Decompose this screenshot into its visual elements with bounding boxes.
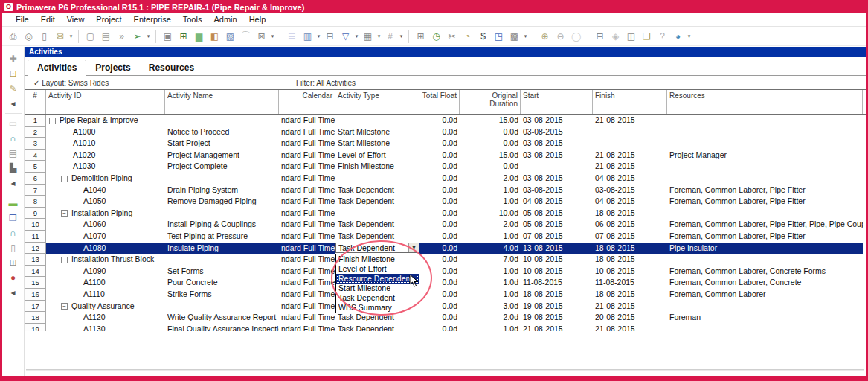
cell-calendar[interactable]: ndard Full Time: [279, 277, 335, 289]
table-row[interactable]: 11A1070Test Piping at Pressurendard Full…: [25, 231, 866, 243]
cell-resources[interactable]: [667, 301, 863, 313]
cell-activity-name[interactable]: Project Complete: [165, 161, 279, 173]
layout-options-bar[interactable]: ✓ Layout: Swiss Rides Filter: All Activi…: [25, 76, 866, 89]
cell-start[interactable]: 10-08-2015: [521, 266, 593, 278]
cell-activity-id[interactable]: A1110: [46, 289, 165, 301]
apply-actuals-icon[interactable]: ◔: [460, 29, 475, 43]
col-header-calendar[interactable]: Calendar: [279, 90, 335, 114]
paste-icon[interactable]: »: [115, 29, 129, 43]
table-font-icon[interactable]: ⊟: [323, 29, 337, 43]
cell-activity-type[interactable]: Task Dependent: [335, 196, 419, 208]
cell-activity-id[interactable]: −Pipe Repair & Improve: [46, 115, 165, 127]
cell-calendar[interactable]: ndard Full Time: [279, 266, 335, 278]
table-row[interactable]: 3A1010Start Projectndard Full TimeStart …: [25, 138, 866, 150]
tab-activities[interactable]: Activities: [28, 60, 86, 76]
cell-row-number[interactable]: 2: [25, 127, 46, 138]
cell-calendar[interactable]: ndard Full Time: [279, 289, 335, 301]
print-icon[interactable]: ⎙: [6, 29, 20, 43]
cell-activity-name[interactable]: Test Piping at Pressure: [165, 231, 279, 243]
cell-activity-id[interactable]: A1090: [46, 266, 165, 278]
collapse-arrow3-icon[interactable]: ◂: [6, 286, 21, 299]
cell-finish[interactable]: 18-08-2015: [593, 208, 667, 220]
zoom-fit-icon[interactable]: ◯: [569, 29, 583, 43]
cell-total-float[interactable]: 0.0d: [419, 196, 460, 208]
cell-activity-id[interactable]: A1100: [46, 277, 165, 289]
cell-row-number[interactable]: 10: [25, 219, 46, 231]
collapse-box-icon[interactable]: −: [61, 303, 68, 310]
cell-resources[interactable]: [667, 127, 863, 138]
expenses-icon[interactable]: ⊞: [6, 256, 21, 269]
recalc-costs-icon[interactable]: $: [476, 29, 490, 43]
collapse-box-icon[interactable]: −: [61, 176, 68, 182]
tab-resources[interactable]: Resources: [140, 60, 203, 75]
cell-row-number[interactable]: 6: [25, 173, 46, 185]
columns-icon-caret[interactable]: ▾: [315, 33, 322, 39]
cell-activity-type[interactable]: Start Milestone: [335, 138, 419, 150]
collapse-box-icon[interactable]: −: [49, 118, 56, 124]
cell-original-duration[interactable]: 1.0d: [460, 277, 521, 289]
cell-resources[interactable]: [667, 138, 863, 150]
cell-activity-type[interactable]: Task Dependent▼: [335, 243, 419, 254]
zoom-out-icon[interactable]: ⊖: [553, 29, 568, 43]
cell-calendar[interactable]: ndard Full Time: [279, 196, 335, 208]
cell-activity-id[interactable]: A1030: [46, 161, 165, 173]
resource-assignments-icon-caret[interactable]: ▾: [522, 33, 529, 39]
cell-finish[interactable]: 21-08-2015: [593, 301, 667, 313]
cell-calendar[interactable]: ndard Full Time: [279, 231, 335, 243]
dropdown-option[interactable]: Task Dependent: [336, 293, 419, 303]
menu-edit[interactable]: Edit: [35, 13, 61, 25]
cell-finish[interactable]: 11-08-2015: [593, 277, 667, 289]
print-preview-icon[interactable]: ◎: [22, 29, 36, 43]
cell-calendar[interactable]: ndard Full Time: [279, 185, 335, 196]
cell-start[interactable]: 03-08-2015: [521, 173, 593, 185]
cell-activity-type[interactable]: Task Dependent: [335, 219, 419, 231]
wbs-icon[interactable]: ❒: [6, 211, 21, 225]
col-header-finish[interactable]: Finish: [593, 90, 667, 114]
col-header-total-float[interactable]: Total Float: [419, 90, 460, 114]
cell-original-duration[interactable]: 1.0d: [460, 231, 521, 243]
cell-activity-name[interactable]: Pour Concrete: [165, 277, 279, 289]
cell-resources[interactable]: Foreman: [667, 312, 863, 324]
cell-original-duration[interactable]: 10.0d: [460, 208, 521, 220]
dropdown-option[interactable]: Finish Milestone: [336, 254, 419, 264]
cell-activity-type[interactable]: [335, 115, 419, 127]
tracking-icon[interactable]: ▙: [6, 161, 21, 175]
col-header-resources[interactable]: Resources: [667, 90, 863, 114]
help-icon[interactable]: ?: [655, 29, 669, 43]
menu-help[interactable]: Help: [243, 13, 272, 25]
zoom-in-icon[interactable]: ⊕: [538, 29, 552, 43]
cell-finish[interactable]: 18-08-2015: [593, 254, 667, 266]
publish-icon[interactable]: ✉: [53, 29, 67, 43]
bars-icon[interactable]: ☰: [285, 29, 299, 43]
cell-activity-type[interactable]: [335, 208, 419, 220]
table-row[interactable]: 7A1040Drain Piping Systemndard Full Time…: [25, 185, 866, 196]
copy-icon[interactable]: ▤: [99, 29, 113, 43]
col-header-start[interactable]: Start: [521, 90, 593, 114]
collapse-arrow-icon[interactable]: ◂: [6, 97, 21, 110]
col-header-activity-type[interactable]: Activity Type: [335, 90, 419, 114]
cell-finish[interactable]: 10-08-2015: [593, 266, 667, 278]
cell-calendar[interactable]: ndard Full Time: [279, 243, 335, 254]
cell-original-duration[interactable]: 1.0d: [460, 266, 521, 278]
cell-original-duration[interactable]: 4.0d: [460, 243, 521, 254]
cell-original-duration[interactable]: 0.0d: [460, 161, 521, 173]
documents-icon[interactable]: ▯: [6, 241, 21, 254]
table-row[interactable]: 12A1080Insulate Pipingndard Full TimeTas…: [25, 243, 866, 254]
table-row[interactable]: 9−Installation Pipingndard Full Time0.0d…: [25, 208, 866, 220]
table-row[interactable]: 15A1100Pour Concretendard Full Time0.0d1…: [25, 277, 866, 289]
cell-start[interactable]: 05-08-2015: [521, 219, 593, 231]
cell-total-float[interactable]: 0.0d: [419, 289, 460, 301]
cell-row-number[interactable]: 1: [25, 115, 46, 127]
cell-activity-id[interactable]: −Quality Assurance: [46, 301, 165, 313]
cell-start[interactable]: 11-08-2015: [521, 277, 593, 289]
cell-row-number[interactable]: 9: [25, 208, 46, 220]
table-row[interactable]: 8A1050Remove Damaged Pipingndard Full Ti…: [25, 196, 866, 208]
dropdown-option[interactable]: Resource Dependent: [336, 274, 419, 284]
gantt-options-icon-caret[interactable]: ▾: [269, 33, 276, 39]
cell-row-number[interactable]: 8: [25, 196, 46, 208]
relationship-lines-icon[interactable]: ⌒: [239, 29, 253, 43]
filter-icon-caret[interactable]: ▾: [353, 33, 360, 39]
cell-row-number[interactable]: 14: [25, 266, 46, 278]
cell-start[interactable]: 03-08-2015: [521, 138, 593, 150]
menu-tools[interactable]: Tools: [177, 13, 208, 25]
